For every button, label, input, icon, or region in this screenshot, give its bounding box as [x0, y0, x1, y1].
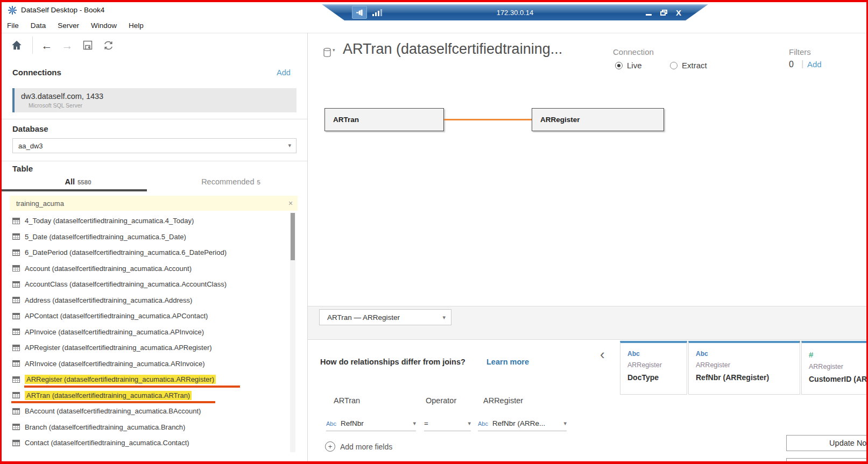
menu-server[interactable]: Server	[58, 20, 86, 31]
operator-select[interactable]: = ▾	[424, 416, 471, 431]
toolbar-separator	[32, 37, 33, 54]
connection-extract-option[interactable]: Extract	[670, 61, 707, 70]
menu-file[interactable]: File	[7, 20, 25, 31]
refresh-button[interactable]	[101, 38, 116, 53]
canvas-table-arregister[interactable]: ARRegister	[532, 108, 664, 131]
table-list-item-artran-highlighted[interactable]: ARTran (dataselfcertifiedtraining_acumat…	[11, 388, 288, 404]
add-more-fields-label: Add more fields	[340, 442, 392, 451]
update-automatically-label: Update Aut	[831, 462, 868, 464]
filters-label: Filters	[789, 47, 811, 56]
abc-type-icon: Abc	[478, 420, 488, 427]
connection-label: Connection	[613, 47, 654, 56]
add-filter-link[interactable]: Add	[807, 60, 822, 69]
menu-data[interactable]: Data	[31, 20, 53, 31]
column-table-name: ARRegister	[696, 361, 800, 369]
home-button[interactable]	[9, 38, 24, 53]
chevron-down-icon: ▾	[413, 420, 416, 427]
canvas-table-artran[interactable]: ARTran	[324, 108, 444, 131]
table-list-item[interactable]: BAccount (dataselfcertifiedtraining_acum…	[11, 403, 288, 419]
chevron-down-icon: ▾	[563, 420, 567, 427]
preview-column-refnbr[interactable]: Abc ARRegister RefNbr (ARRegister)	[688, 341, 800, 395]
pin-icon	[356, 9, 364, 16]
filters-divider: |	[801, 59, 803, 69]
tab-recommended[interactable]: Recommended5	[154, 174, 307, 191]
canvas-table-artran-label: ARTran	[333, 116, 359, 124]
scrollbar-thumb[interactable]	[291, 213, 295, 260]
menu-bar: File Data Server Window Help	[2, 18, 156, 32]
rdp-pin-button[interactable]	[352, 6, 367, 19]
update-automatically-button[interactable]: Update Aut	[786, 458, 868, 464]
table-grid-icon	[12, 408, 20, 415]
database-heading: Database	[12, 124, 48, 133]
table-grid-icon	[12, 313, 20, 319]
update-now-button[interactable]: Update Now	[786, 435, 868, 451]
learn-more-link[interactable]: Learn more	[486, 358, 529, 366]
rdp-close-button[interactable]: X	[676, 8, 681, 17]
datasource-icon[interactable]: ▾	[323, 47, 332, 60]
table-list-item[interactable]: AccountClass (dataselfcertifiedtraining_…	[11, 276, 288, 292]
preview-column-doctype[interactable]: Abc ARRegister DocType	[620, 341, 687, 395]
table-grid-icon	[12, 265, 20, 272]
forward-button[interactable]: →	[60, 38, 75, 53]
refresh-icon	[103, 40, 114, 51]
table-list-item[interactable]: Address (dataselfcertifiedtraining_acuma…	[11, 292, 288, 309]
table-grid-icon	[12, 297, 20, 303]
table-list-item[interactable]: ARInvoice (dataselfcertifiedtraining_acu…	[11, 356, 288, 372]
tab-recommended-label: Recommended	[201, 177, 254, 186]
radio-live-label: Live	[627, 61, 642, 70]
save-button[interactable]	[80, 38, 95, 53]
chevron-down-icon: ▾	[442, 314, 446, 321]
connections-heading: Connections	[12, 68, 61, 77]
table-list-item[interactable]: Account (dataselfcertifiedtraining_acuma…	[11, 261, 288, 277]
add-connection-link[interactable]: Add	[277, 68, 291, 77]
table-list: 4_Today (dataselfcertifiedtraining_acuma…	[11, 213, 288, 451]
table-list-item[interactable]: Contact (dataselfcertifiedtraining_acuma…	[11, 435, 288, 451]
table-grid-icon	[12, 218, 20, 224]
connection-type: Microsoft SQL Server	[29, 102, 297, 109]
radio-extract[interactable]	[670, 62, 678, 69]
add-more-fields-button[interactable]: + Add more fields	[325, 441, 392, 452]
back-button[interactable]: ←	[39, 38, 54, 53]
database-select[interactable]: aa_dw3 ▾	[12, 138, 297, 153]
connection-item[interactable]: dw3.dataself.com, 1433 Microsoft SQL Ser…	[12, 88, 297, 112]
abc-type-icon: Abc	[326, 420, 336, 427]
table-list-item[interactable]: APInvoice (dataselfcertifiedtraining_acu…	[11, 324, 288, 340]
table-grid-icon	[12, 440, 20, 446]
radio-live-selected[interactable]	[615, 62, 623, 69]
section-divider	[2, 119, 307, 119]
plus-circle-icon: +	[325, 441, 335, 452]
table-grid-icon	[12, 249, 20, 256]
left-table-header: ARTran	[334, 396, 360, 405]
rdp-minimize-button[interactable]	[646, 14, 652, 16]
table-list-item[interactable]: 6_DatePeriod (dataselfcertifiedtraining_…	[11, 245, 288, 261]
table-list-item-arregister-highlighted[interactable]: ARRegister (dataselfcertifiedtraining_ac…	[11, 372, 288, 388]
operator-value: =	[424, 419, 428, 427]
update-now-label: Update Now	[829, 439, 868, 447]
menu-window[interactable]: Window	[91, 20, 123, 31]
clear-search-icon[interactable]: ×	[284, 199, 298, 208]
active-tab-indicator	[2, 189, 147, 191]
rdp-restore-button[interactable]	[660, 10, 667, 16]
relationship-line[interactable]	[444, 119, 532, 120]
preview-column-customerid[interactable]: # ARRegister CustomerID (AR	[801, 341, 868, 395]
column-field-name: RefNbr (ARRegister)	[696, 373, 800, 382]
tab-all-label: All	[65, 177, 75, 186]
table-list-item[interactable]: APRegister (dataselfcertifiedtraining_ac…	[11, 340, 288, 356]
column-table-name: ARRegister	[627, 361, 687, 369]
right-field-select[interactable]: Abc RefNbr (ARRe... ▾	[478, 416, 567, 431]
collapse-panel-chevron[interactable]: ‹	[600, 347, 605, 361]
search-input[interactable]	[10, 199, 284, 208]
table-list-item[interactable]: Branch (dataselfcertifiedtraining_acumat…	[11, 419, 288, 436]
datasource-title[interactable]: ARTran (dataselfcertifiedtraining...	[343, 41, 562, 58]
screenshot-root: DataSelf Desktop - Book4 File Data Serve…	[0, 0, 868, 464]
table-list-item[interactable]: 4_Today (dataselfcertifiedtraining_acuma…	[11, 213, 288, 229]
connection-live-option[interactable]: Live	[615, 61, 642, 70]
menubar-divider	[2, 33, 866, 33]
menu-help[interactable]: Help	[129, 20, 150, 31]
table-list-item[interactable]: 5_Date (dataselfcertifiedtraining_acumat…	[11, 229, 288, 245]
left-field-select[interactable]: Abc RefNbr ▾	[326, 416, 416, 431]
rdp-connection-bar: 172.30.0.14 X	[322, 4, 708, 20]
relationship-pair-select[interactable]: ARTran — ARRegister ▾	[319, 309, 451, 325]
home-icon	[11, 39, 23, 51]
table-list-item[interactable]: APContact (dataselfcertifiedtraining_acu…	[11, 308, 288, 324]
